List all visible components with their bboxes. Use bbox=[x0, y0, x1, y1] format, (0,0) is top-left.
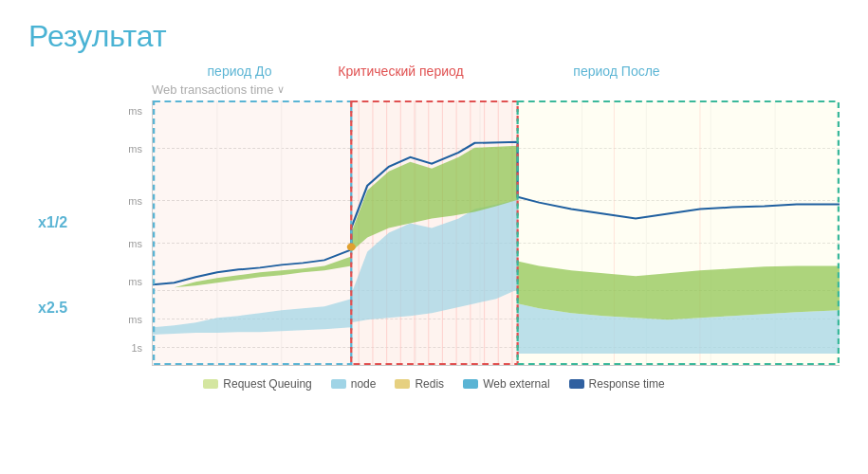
chart-header: Web transactions time ∨ bbox=[152, 82, 840, 97]
x12-label: x1/2 bbox=[38, 214, 67, 231]
legend-color-request-queuing bbox=[203, 379, 218, 389]
legend-color-redis bbox=[395, 379, 410, 389]
legend-request-queuing: Request Queuing bbox=[203, 377, 311, 391]
periods-row: период До Критический период период Посл… bbox=[152, 64, 840, 79]
x25-label: x2.5 bbox=[38, 300, 67, 317]
page-title: Результат bbox=[28, 19, 840, 54]
y-label-1: ms bbox=[128, 105, 142, 117]
y-label-5: ms bbox=[128, 276, 142, 287]
period-critical-label: Критический период bbox=[327, 64, 474, 79]
page: Результат период До Критический период п… bbox=[0, 0, 868, 474]
chart-main bbox=[152, 100, 840, 366]
legend-label-redis: Redis bbox=[415, 377, 444, 391]
period-before-label: период До bbox=[152, 64, 327, 79]
legend-color-response-time bbox=[569, 379, 584, 389]
chart-area: x1/2 x2.5 ms ms ms ms ms ms 1s bbox=[28, 100, 840, 366]
legend-color-web-external bbox=[463, 379, 478, 389]
legend-node: node bbox=[331, 377, 377, 391]
legend-web-external: Web external bbox=[463, 377, 549, 391]
legend-label-request-queuing: Request Queuing bbox=[223, 377, 311, 391]
legend-label-node: node bbox=[351, 377, 377, 391]
y-label-4: ms bbox=[128, 238, 142, 249]
y-label-7: 1s bbox=[131, 342, 142, 354]
period-after-label: период После bbox=[474, 64, 759, 79]
svg-point-34 bbox=[347, 243, 356, 250]
legend-response-time: Response time bbox=[569, 377, 665, 391]
legend-label-web-external: Web external bbox=[483, 377, 549, 391]
chart-title: Web transactions time bbox=[152, 82, 273, 97]
y-label-3: ms bbox=[128, 195, 142, 207]
y-label-6: ms bbox=[128, 314, 142, 325]
legend-color-node bbox=[331, 379, 346, 389]
chart-dropdown-icon[interactable]: ∨ bbox=[277, 83, 285, 96]
y-label-2: ms bbox=[128, 143, 142, 155]
legend-label-response-time: Response time bbox=[589, 377, 665, 391]
legend: Request Queuing node Redis Web external … bbox=[28, 377, 840, 391]
y-axis: x1/2 x2.5 ms ms ms ms ms ms 1s bbox=[28, 100, 152, 366]
chart-svg bbox=[153, 100, 840, 365]
legend-redis: Redis bbox=[395, 377, 444, 391]
